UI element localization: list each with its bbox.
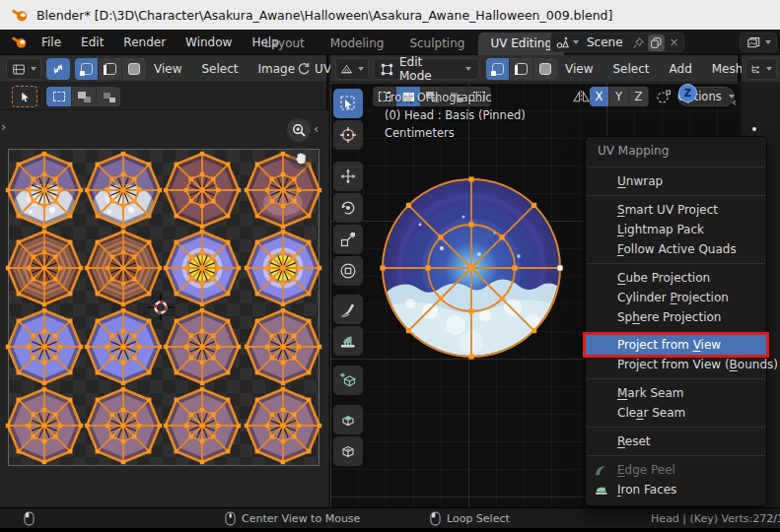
uv-island[interactable] bbox=[161, 149, 244, 232]
menu-item-clear-seam[interactable]: Clear Seam bbox=[586, 403, 766, 423]
mode-dropdown[interactable]: Edit Mode bbox=[373, 58, 479, 80]
uv-sidebar-toggle[interactable]: ‹ bbox=[314, 122, 319, 135]
outliner-editor-type-button[interactable] bbox=[745, 58, 777, 80]
menu-item-project-from-view[interactable]: Project from View bbox=[586, 335, 766, 355]
menu-item-project-from-view-bounds[interactable]: Project from View (Bounds) bbox=[586, 355, 766, 374]
uv-editor-header: ViewSelectImageUV bbox=[0, 55, 326, 83]
uv-island[interactable] bbox=[3, 227, 86, 309]
scene-name[interactable]: Scene bbox=[581, 35, 630, 49]
uv-box-select-extend-button[interactable] bbox=[71, 87, 96, 106]
menu-window[interactable]: Window bbox=[176, 35, 242, 49]
mirror-axis-x-button[interactable]: X bbox=[590, 87, 609, 106]
uv-island[interactable] bbox=[82, 384, 165, 467]
tab-modeling[interactable]: Modeling bbox=[319, 33, 396, 55]
uv-island[interactable] bbox=[242, 227, 324, 309]
viewport-menu-select[interactable]: Select bbox=[603, 62, 659, 76]
new-scene-button[interactable] bbox=[648, 34, 665, 51]
menu-render[interactable]: Render bbox=[113, 35, 176, 49]
uv-island[interactable] bbox=[3, 384, 86, 467]
uv-box-select-subtract-button[interactable] bbox=[96, 87, 120, 106]
scale-icon bbox=[339, 231, 357, 248]
blender-menu-button[interactable] bbox=[8, 33, 32, 52]
pan-gizmo[interactable] bbox=[289, 146, 313, 169]
uv-canvas[interactable]: › ‹ bbox=[0, 110, 328, 507]
refresh-icon[interactable] bbox=[296, 61, 312, 77]
proportional-editing-icon[interactable] bbox=[656, 89, 672, 104]
uv-editor-menus: ViewSelectImageUV bbox=[144, 55, 341, 83]
uv-menu-select[interactable]: Select bbox=[191, 62, 248, 76]
edge-select-button[interactable] bbox=[510, 58, 533, 80]
uv-sync-selection-button[interactable] bbox=[46, 58, 70, 80]
tool-inset-faces-button[interactable] bbox=[333, 436, 363, 466]
tool-rotate-button[interactable] bbox=[333, 193, 363, 223]
menu-separator bbox=[587, 166, 765, 167]
navigation-gizmo-z[interactable]: Z bbox=[678, 84, 697, 102]
uv-island[interactable] bbox=[82, 149, 165, 232]
uv-box-select-new-button[interactable] bbox=[46, 87, 71, 106]
status-hint-center-view-to-mouse: Center View to Mouse bbox=[225, 508, 360, 529]
blender-logo-icon bbox=[12, 34, 28, 50]
view-layer-selector[interactable] bbox=[740, 33, 777, 52]
edge-select-icon bbox=[105, 63, 116, 75]
viewport-editor-type-button[interactable] bbox=[335, 58, 369, 80]
uv-editor-type-button[interactable] bbox=[6, 58, 41, 80]
uv-island[interactable] bbox=[242, 305, 324, 388]
menu-item-sphere-projection[interactable]: Sphere Projection bbox=[586, 307, 766, 327]
chevron-down-icon bbox=[465, 67, 471, 71]
uv-edge-select-button[interactable] bbox=[99, 58, 122, 80]
tool-scale-button[interactable] bbox=[333, 225, 363, 254]
menu-item-smart-uv-project[interactable]: Smart UV Project bbox=[586, 200, 766, 220]
active-object-text: (0) Head : Basis (Pinned) bbox=[385, 106, 526, 124]
uv-wireframe-overlay bbox=[380, 176, 562, 359]
menu-file[interactable]: File bbox=[32, 35, 71, 49]
uv-face-select-button[interactable] bbox=[122, 58, 146, 80]
transform-icon bbox=[339, 262, 357, 280]
menu-item-unwrap[interactable]: Unwrap bbox=[586, 171, 766, 191]
menu-edit[interactable]: Edit bbox=[71, 35, 113, 49]
eye-mesh-object[interactable] bbox=[379, 175, 564, 361]
tool-measure-button[interactable] bbox=[333, 326, 363, 356]
menu-item-cylinder-projection[interactable]: Cylinder Projection bbox=[586, 288, 766, 307]
tool-transform-button[interactable] bbox=[333, 256, 363, 286]
tool-extrude-region-button[interactable] bbox=[333, 405, 363, 434]
uv-2d-cursor[interactable] bbox=[147, 294, 175, 321]
mirror-axis-y-button[interactable]: Y bbox=[609, 87, 629, 106]
uv-toolbar-toggle[interactable]: › bbox=[1, 120, 6, 133]
menu-item-cube-projection[interactable]: Cube Projection bbox=[586, 268, 766, 288]
tab-sculpting[interactable]: Sculpting bbox=[397, 33, 476, 55]
scene-icon[interactable] bbox=[551, 35, 581, 49]
menu-item-reset[interactable]: Reset bbox=[586, 432, 766, 451]
viewport-sidebar-toggle[interactable]: ‹ bbox=[732, 96, 737, 108]
tool-cursor-button[interactable] bbox=[333, 120, 363, 150]
menu-item-mark-seam[interactable]: Mark Seam bbox=[586, 383, 766, 403]
uv-island[interactable] bbox=[3, 305, 86, 388]
viewport-menu-view[interactable]: View bbox=[555, 62, 603, 76]
mirror-axis-z-button[interactable]: Z bbox=[629, 87, 649, 106]
viewport-menu-add[interactable]: Add bbox=[660, 62, 702, 76]
menu-item-follow-active-quads[interactable]: Follow Active Quads bbox=[586, 239, 766, 259]
menu-item-iron-faces[interactable]: Iron Faces bbox=[586, 480, 766, 499]
uv-tweak-tool-button[interactable] bbox=[12, 86, 37, 107]
tab-layout[interactable]: Layout bbox=[252, 33, 317, 55]
box-select-icon bbox=[53, 92, 65, 101]
scene-selector[interactable]: Scene × bbox=[550, 33, 684, 52]
tool-move-button[interactable] bbox=[333, 162, 363, 191]
mirror-icon[interactable] bbox=[573, 89, 590, 104]
menu-item-lightmap-pack[interactable]: Lightmap Pack bbox=[586, 220, 766, 239]
zoom-gizmo[interactable] bbox=[287, 118, 311, 142]
uv-island[interactable] bbox=[161, 384, 244, 467]
vertex-select-button[interactable] bbox=[486, 58, 510, 80]
uv-island[interactable] bbox=[3, 149, 86, 232]
add-cube-icon bbox=[339, 371, 357, 389]
context-menu-title: UV Mapping bbox=[586, 140, 766, 163]
uv-menu-view[interactable]: View bbox=[144, 62, 191, 76]
tool-select-box-button[interactable] bbox=[333, 89, 363, 118]
unlink-scene-button[interactable]: × bbox=[666, 34, 682, 51]
tool-add-cube-button[interactable] bbox=[333, 366, 363, 395]
hand-icon bbox=[294, 151, 308, 166]
pin-scene-button[interactable] bbox=[630, 34, 647, 51]
uv-vertex-select-button[interactable] bbox=[75, 58, 99, 80]
face-select-button[interactable] bbox=[533, 58, 557, 80]
tool-annotate-button[interactable] bbox=[333, 295, 363, 324]
uv-island[interactable] bbox=[242, 384, 324, 467]
